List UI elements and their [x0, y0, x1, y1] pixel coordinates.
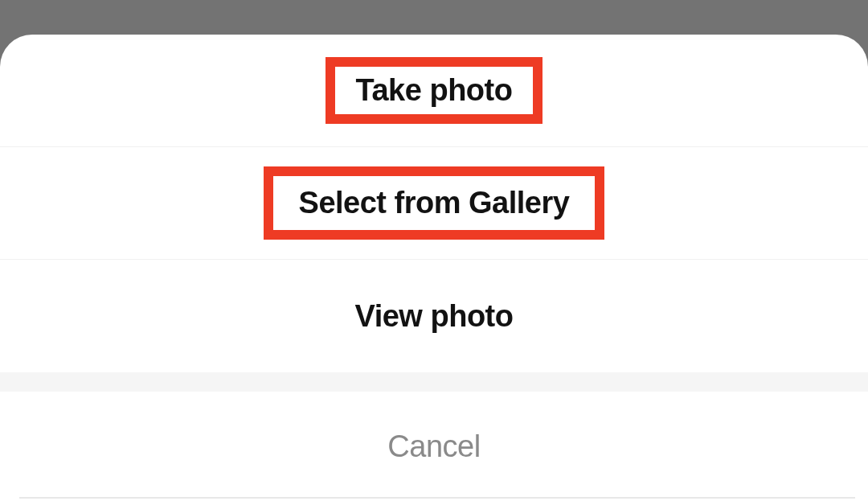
select-from-gallery-label: Select from Gallery: [299, 186, 570, 220]
sheet-divider: [0, 372, 868, 392]
take-photo-option[interactable]: Take photo: [0, 35, 868, 147]
select-from-gallery-option[interactable]: Select from Gallery: [0, 147, 868, 260]
take-photo-label: Take photo: [356, 73, 513, 107]
cancel-label: Cancel: [387, 429, 480, 464]
view-photo-option[interactable]: View photo: [0, 260, 868, 372]
action-sheet: Take photo Select from Gallery View phot…: [0, 35, 868, 501]
highlight-box: Select from Gallery: [264, 166, 605, 240]
highlight-box: Take photo: [326, 57, 543, 124]
view-photo-label: View photo: [355, 299, 514, 334]
cancel-button[interactable]: Cancel: [0, 392, 868, 501]
bottom-hairline: [19, 497, 855, 499]
